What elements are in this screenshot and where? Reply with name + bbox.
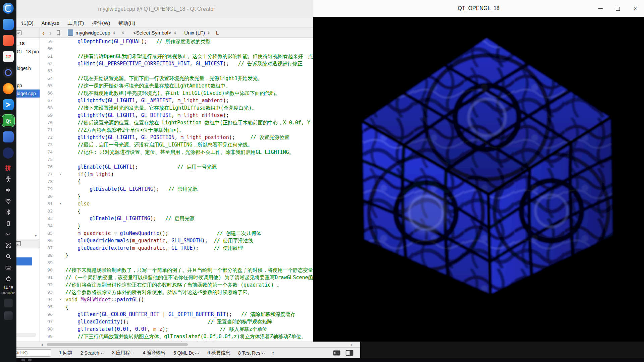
media-icon[interactable] <box>3 67 14 78</box>
line-number[interactable]: 62 <box>40 60 55 67</box>
close-document-icon[interactable]: × <box>120 30 126 36</box>
line-number[interactable]: 98 <box>40 325 55 333</box>
line-number[interactable]: 86 <box>40 237 55 244</box>
scroll-right-icon[interactable]: ▸ <box>351 342 353 347</box>
code-line[interactable]: 99 //下三行代码放置并旋转贴图立方体。glTranslatef(0.0f,0… <box>40 333 360 340</box>
output-tab[interactable]: 2 Search··· <box>80 350 104 356</box>
fold-marker-icon[interactable]: ▾ <box>55 171 65 178</box>
opengl-titlebar[interactable]: QT_OPENGL_18 × <box>313 0 644 17</box>
line-number[interactable]: 69 <box>40 112 55 119</box>
line-number[interactable]: 79 <box>40 185 55 193</box>
back-icon[interactable]: ‹ <box>40 28 47 38</box>
output-tab[interactable]: 6 概要信息 <box>207 350 230 356</box>
code-line[interactable]: 90//接下来就是场景绘制函数了，只写一个简单的例子。并且当绘制一个部分的盘子的… <box>40 266 360 274</box>
keyboard-icon[interactable] <box>5 264 12 271</box>
line-number[interactable]: 80 <box>40 193 55 200</box>
line-number[interactable]: 77 <box>40 171 55 178</box>
output-pane-arrows-icon[interactable]: ▴▾ <box>272 351 274 355</box>
code-line[interactable]: 83 glEnable(GL_LIGHTING); // 启用光源 <box>40 215 360 222</box>
line-number[interactable]: 97 <box>40 318 55 325</box>
trash-icon[interactable] <box>4 299 13 307</box>
code-line[interactable]: 66 //现在就使用此数组(半亮度环境光)。在int InitGL(GLvoid… <box>40 89 360 97</box>
shutdown-icon[interactable] <box>5 275 12 282</box>
code-line[interactable]: 77▾ if(!m_light) <box>40 171 360 178</box>
line-number[interactable]: 74 <box>40 148 55 156</box>
line-number[interactable]: 93 <box>40 289 55 296</box>
symbol-selector[interactable]: <Select Symbol> ▲▼ <box>132 29 177 37</box>
line-number[interactable]: 64 <box>40 75 55 82</box>
fold-marker-icon[interactable]: ▾ <box>55 296 65 303</box>
code-line[interactable]: 94▾void MyGLWidget::paintGL() <box>40 296 360 303</box>
code-line[interactable]: 67 glLightfv(GL_LIGHT1, GL_AMBIENT, m_li… <box>40 97 360 104</box>
scroll-left-icon[interactable]: ◂ <box>41 342 43 347</box>
line-number[interactable]: 84 <box>40 222 55 230</box>
line-number[interactable]: 66 <box>40 89 55 97</box>
vscode-icon[interactable] <box>3 99 14 110</box>
appstore-icon[interactable] <box>3 35 14 46</box>
open-file-selector[interactable]: myglwidget.cpp ▲▼ <box>66 29 116 37</box>
calendar-icon[interactable]: 12 <box>3 51 14 62</box>
code-line[interactable]: 80 } <box>40 193 360 200</box>
code-line[interactable]: 63 <box>40 67 360 75</box>
code-line[interactable]: 89 <box>40 259 360 266</box>
line-number[interactable]: 72 <box>40 134 55 141</box>
line-number[interactable]: 65 <box>40 82 55 89</box>
battery-icon[interactable] <box>5 220 12 227</box>
line-number[interactable]: 82 <box>40 207 55 215</box>
code-line[interactable]: 87 gluQuadricTexture(m_quadratic, GL_TRU… <box>40 244 360 252</box>
menu-item[interactable]: 控件(W) <box>88 18 114 28</box>
forward-icon[interactable]: › <box>47 28 54 38</box>
code-line[interactable]: 60 <box>40 45 360 53</box>
line-number[interactable]: 87 <box>40 244 55 252</box>
line-number[interactable]: 83 <box>40 215 55 222</box>
line-number[interactable]: 75 <box>40 156 55 163</box>
bookmark-icon[interactable] <box>55 29 62 36</box>
code-line[interactable]: 85 m_quadratic = gluNewQuadric(); // 创建二… <box>40 230 360 237</box>
line-number[interactable]: 88 <box>40 252 55 259</box>
minimize-button[interactable] <box>592 0 609 17</box>
menu-item[interactable]: 试(D) <box>17 18 38 28</box>
console-toggle-icon[interactable] <box>333 350 341 356</box>
output-tab[interactable]: 8 Test Res··· <box>238 350 265 356</box>
firefox-icon[interactable] <box>3 83 14 94</box>
panel-split-icon[interactable] <box>345 350 354 356</box>
code-line[interactable]: 79 glDisable(GL_LIGHTING); // 禁用光源 <box>40 185 360 193</box>
line-number[interactable]: 73 <box>40 141 55 148</box>
code-line[interactable]: 73 //最后，启用一号光源。还没有启用GL_LIGHTING，所以您看不见任何… <box>40 141 360 148</box>
code-line[interactable]: 82 { <box>40 207 360 215</box>
line-number[interactable]: 91 <box>40 274 55 281</box>
line-number[interactable]: 59 <box>40 38 55 45</box>
close-button[interactable]: × <box>627 0 644 17</box>
output-tab[interactable]: 4 编译输出 <box>143 350 165 356</box>
line-number[interactable]: 85 <box>40 230 55 237</box>
collapse-icon[interactable] <box>5 231 12 238</box>
line-number[interactable]: 89 <box>40 259 55 266</box>
code-line[interactable]: 84 } <box>40 222 360 230</box>
accessibility-icon[interactable] <box>5 175 12 183</box>
code-line[interactable]: 95{ <box>40 303 360 311</box>
taskbar-icon[interactable] <box>28 359 32 361</box>
menu-item[interactable]: 工具(T) <box>63 18 88 28</box>
editor-hscrollbar[interactable]: ◂ ▸ <box>0 342 360 347</box>
qtcreator-titlebar[interactable]: myglwidget.cpp @ QT_OPENGL_18 - Qt Creat… <box>0 0 313 18</box>
line-number[interactable]: 71 <box>40 126 55 134</box>
files-icon[interactable] <box>3 19 14 30</box>
code-line[interactable]: 65 //这一课的开始处将环境光的发光量存放在LightAmbient数组中。 <box>40 82 360 89</box>
panel-expand-icon[interactable]: ▸ <box>35 233 37 238</box>
code-line[interactable]: 78 { <box>40 178 360 185</box>
pane-menu-icon[interactable] <box>15 29 22 36</box>
line-number[interactable]: 94 <box>40 296 55 303</box>
code-line[interactable]: 81▾ else <box>40 200 360 207</box>
code-line[interactable]: 75 <box>40 156 360 163</box>
app-navy-icon[interactable] <box>3 147 14 159</box>
fold-marker-icon[interactable]: ▾ <box>55 200 65 207</box>
code-line[interactable]: 71 //Z方向移向观察者2个单位<位于屏幕外面>)。 <box>40 126 360 134</box>
line-number[interactable]: 78 <box>40 178 55 185</box>
code-editor[interactable]: 59 glDepthFunc(GL_LEQUAL); // 所作深度测试的类型6… <box>40 38 360 342</box>
code-line[interactable]: 91// (一个局部的变量，该变量可以保留他的值不论你任何时候调用他) 为了清晰… <box>40 274 360 281</box>
line-number[interactable]: 70 <box>40 119 55 126</box>
output-tab[interactable]: 1 问题 <box>59 350 72 356</box>
line-ending-selector[interactable]: Unix (LF) ▲▼ <box>183 29 211 37</box>
launcher-icon[interactable] <box>3 3 14 14</box>
line-number[interactable]: 63 <box>40 67 55 75</box>
